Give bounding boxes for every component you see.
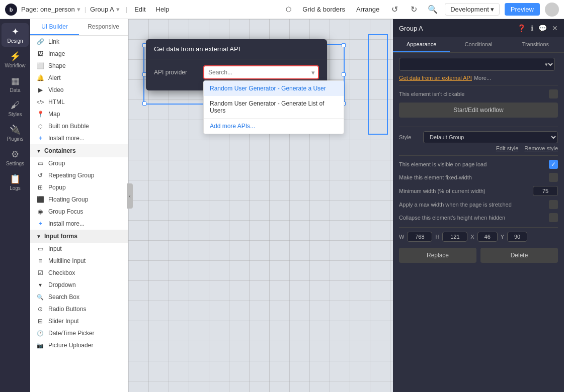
sidebar-item-logs[interactable]: 📋 Logs xyxy=(2,170,29,194)
sidebar-item-workflow[interactable]: ⚡ Workflow xyxy=(2,48,29,71)
help-circle-icon[interactable]: ❓ xyxy=(517,24,526,32)
panel-item-built-on-bubble[interactable]: ⬡ Built on Bubble xyxy=(30,120,128,132)
tab-transitions[interactable]: Transitions xyxy=(507,37,564,52)
sidebar-item-settings[interactable]: ⚙ Settings xyxy=(2,146,29,169)
h-input[interactable] xyxy=(442,232,467,242)
cursor-icon[interactable]: ⬡ xyxy=(282,4,294,16)
tab-conditional[interactable]: Conditional xyxy=(450,37,507,52)
preview-button[interactable]: Preview xyxy=(505,3,540,16)
logs-label: Logs xyxy=(10,185,21,191)
group-name[interactable]: Group A xyxy=(90,6,114,13)
content-type-select[interactable] xyxy=(399,58,555,71)
start-edit-workflow-button[interactable]: Start/Edit workflow xyxy=(399,103,558,118)
max-width-toggle[interactable] xyxy=(549,200,558,209)
visible-check[interactable]: ✓ xyxy=(549,160,558,169)
panel-collapse-handle[interactable]: ‹ xyxy=(127,183,133,209)
panel-item-slider-input[interactable]: ⊟ Slider Input xyxy=(30,315,128,327)
replace-button[interactable]: Replace xyxy=(399,248,476,263)
more-link[interactable]: More... xyxy=(474,75,491,81)
dropdown-item-generate-list[interactable]: Random User Generator - Generate List of… xyxy=(204,96,344,118)
panel-item-floating-group[interactable]: ⬛ Floating Group xyxy=(30,193,128,206)
panel-item-datetime-picker[interactable]: 🕐 Date/Time Picker xyxy=(30,327,128,339)
collapse-toggle[interactable] xyxy=(549,213,558,222)
search-button[interactable]: 🔍 xyxy=(426,3,440,17)
sidebar-item-plugins[interactable]: 🔌 Plugins xyxy=(2,121,29,145)
panel-item-group[interactable]: ▭ Group xyxy=(30,157,128,169)
panel-item-alert[interactable]: 🔔 Alert xyxy=(30,72,128,84)
redo-button[interactable]: ↻ xyxy=(407,3,421,17)
delete-button[interactable]: Delete xyxy=(480,248,558,263)
undo-button[interactable]: ↺ xyxy=(387,3,401,17)
tab-ui-builder[interactable]: UI Builder xyxy=(30,19,79,35)
panel-item-multiline-input[interactable]: ≡ Multiline Input xyxy=(30,255,128,267)
style-select[interactable]: Default Group xyxy=(423,131,558,143)
dropdown-item-generate-user[interactable]: Random User Generator - Generate a User xyxy=(204,81,344,96)
page-name[interactable]: one_person xyxy=(40,6,75,13)
x-input[interactable] xyxy=(477,232,498,242)
panel-item-link[interactable]: 🔗 Link xyxy=(30,36,128,48)
close-panel-icon[interactable]: ✕ xyxy=(552,24,558,32)
panel-item-group-focus[interactable]: ◉ Group Focus xyxy=(30,206,128,218)
input-forms-header[interactable]: ▼ Input forms xyxy=(30,230,128,243)
min-width-input[interactable] xyxy=(533,186,558,196)
panel-item-radio-buttons[interactable]: ⊙ Radio Buttons xyxy=(30,303,128,315)
page-dropdown-icon[interactable]: ▾ xyxy=(77,6,80,13)
help-button[interactable]: Help xyxy=(153,4,173,15)
canvas[interactable]: Get data from an external API API provid… xyxy=(128,19,393,392)
selection-handle-mr[interactable] xyxy=(342,72,346,76)
panel-item-video[interactable]: ▶ Video xyxy=(30,84,128,96)
w-input[interactable] xyxy=(407,232,432,242)
group-focus-icon: ◉ xyxy=(36,208,44,215)
y-input[interactable] xyxy=(507,232,527,242)
panel-item-map[interactable]: 📍 Map xyxy=(30,108,128,120)
group-panel-content: ▾ Get data from an external API More... … xyxy=(393,53,564,392)
panel-item-shape[interactable]: ⬜ Shape xyxy=(30,60,128,72)
edit-button[interactable]: Edit xyxy=(131,4,148,15)
group-panel-header: Group A ❓ ℹ 💬 ✕ xyxy=(393,19,564,37)
info-icon[interactable]: ℹ xyxy=(531,24,533,32)
api-search-input[interactable] xyxy=(203,65,319,79)
topbar: b Page: one_person ▾ | Group A ▾ | Edit … xyxy=(0,0,564,19)
panel-item-popup[interactable]: ⊞ Popup xyxy=(30,181,128,193)
group-dropdown-icon[interactable]: ▾ xyxy=(116,6,120,13)
edit-style-link[interactable]: Edit style xyxy=(496,145,519,151)
panel-tabs: UI Builder Responsive xyxy=(30,19,128,36)
grid-borders-button[interactable]: Grid & borders xyxy=(299,4,348,15)
selection-handle-bl[interactable] xyxy=(142,102,146,106)
dropdown-item-add-apis[interactable]: Add more APIs... xyxy=(204,119,344,134)
sidebar-item-design[interactable]: ✦ Design xyxy=(2,23,29,47)
panel-item-html[interactable]: </> HTML xyxy=(30,96,128,108)
panel-item-install-more-2[interactable]: + Install more... xyxy=(30,218,128,230)
panel-item-image[interactable]: 🖼 Image xyxy=(30,48,128,60)
api-link[interactable]: Get data from an external API xyxy=(399,75,472,81)
logo[interactable]: b xyxy=(5,4,17,16)
not-clickable-toggle[interactable] xyxy=(549,89,558,99)
link-icon: 🔗 xyxy=(36,38,44,45)
tab-appearance[interactable]: Appearance xyxy=(393,37,450,52)
panel-item-search-box[interactable]: 🔍 Search Box xyxy=(30,291,128,303)
avatar[interactable] xyxy=(545,3,559,17)
panel-item-dropdown[interactable]: ▾ Dropdown xyxy=(30,279,128,291)
selection-handle-tr[interactable] xyxy=(342,43,346,47)
slider-input-icon: ⊟ xyxy=(36,318,44,325)
api-dropdown-arrow[interactable]: ▾ xyxy=(311,69,315,76)
fixed-width-toggle[interactable] xyxy=(549,173,558,182)
panel-item-picture-uploader[interactable]: 📷 Picture Uploader xyxy=(30,339,128,351)
panel-item-checkbox[interactable]: ☑ Checkbox xyxy=(30,267,128,279)
comment-icon[interactable]: 💬 xyxy=(538,24,547,32)
panel-item-install-more-1[interactable]: + Install more... xyxy=(30,132,128,144)
containers-header[interactable]: ▼ Containers xyxy=(30,144,128,157)
panel-item-input[interactable]: ▭ Input xyxy=(30,243,128,255)
remove-style-link[interactable]: Remove style xyxy=(524,145,558,151)
tab-responsive[interactable]: Responsive xyxy=(79,19,128,35)
topbar-sep2: | xyxy=(126,6,127,13)
sidebar-item-data[interactable]: ▦ Data xyxy=(2,72,29,96)
panel-item-repeating-group[interactable]: ↺ Repeating Group xyxy=(30,169,128,181)
arrange-button[interactable]: Arrange xyxy=(353,4,382,15)
fixed-width-label: Make this element fixed-width xyxy=(399,174,545,180)
api-dialog: Get data from an external API API provid… xyxy=(146,39,327,90)
sidebar-item-styles[interactable]: 🖌 Styles xyxy=(2,97,29,120)
topbar-right: ⬡ Grid & borders Arrange ↺ ↻ 🔍 Developme… xyxy=(282,3,559,17)
development-button[interactable]: Development▾ xyxy=(445,3,500,16)
content-type-row: ▾ xyxy=(399,58,558,71)
